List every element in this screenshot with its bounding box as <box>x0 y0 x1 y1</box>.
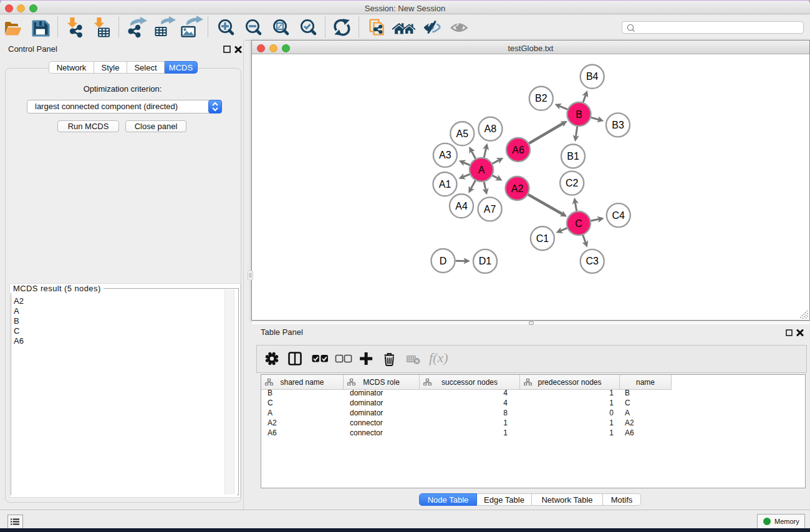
svg-text:B: B <box>576 109 582 120</box>
svg-text:A4: A4 <box>455 201 468 211</box>
svg-text:C: C <box>575 218 582 229</box>
svg-text:B1: B1 <box>567 151 579 162</box>
svg-text:B3: B3 <box>612 120 624 130</box>
svg-text:A8: A8 <box>485 123 497 134</box>
svg-text:C3: C3 <box>586 256 599 266</box>
svg-text:A2: A2 <box>511 183 524 194</box>
svg-text:A: A <box>478 165 485 175</box>
svg-text:A5: A5 <box>456 128 469 139</box>
svg-text:A6: A6 <box>512 145 524 155</box>
svg-text:A1: A1 <box>439 179 451 190</box>
svg-text:B4: B4 <box>586 71 599 82</box>
svg-text:D1: D1 <box>479 256 492 266</box>
svg-text:C1: C1 <box>536 233 549 244</box>
svg-text:B2: B2 <box>535 93 547 104</box>
svg-text:C4: C4 <box>612 210 625 221</box>
svg-text:A7: A7 <box>484 204 496 215</box>
svg-text:D: D <box>440 256 447 266</box>
svg-text:A3: A3 <box>439 150 451 160</box>
svg-text:C2: C2 <box>566 178 579 188</box>
